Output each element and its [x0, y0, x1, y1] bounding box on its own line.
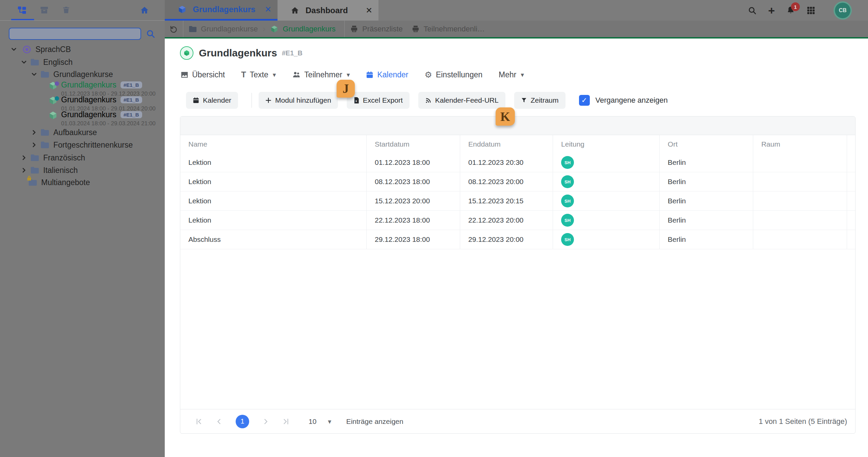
- rss-icon: [425, 97, 431, 104]
- leader-avatar[interactable]: SH: [561, 233, 574, 246]
- tab-uebersicht[interactable]: Übersicht: [181, 70, 225, 79]
- tree-node-multiangebote[interactable]: Multiangebote: [28, 177, 90, 188]
- add-icon[interactable]: +: [768, 5, 775, 16]
- cell-end: 15.12.2023 20:15: [460, 192, 553, 210]
- tree-node-grundlagenkurse[interactable]: Grundlagenkurse: [30, 69, 113, 80]
- column-header-name[interactable]: Name: [180, 135, 367, 153]
- tree-node-sprachcb[interactable]: SprachCB: [10, 44, 71, 55]
- table-row[interactable]: Abschluss 29.12.2023 18:00 29.12.2023 20…: [180, 230, 855, 249]
- last-page-icon[interactable]: [282, 418, 290, 425]
- tree-node-englisch[interactable]: Englisch: [20, 57, 73, 68]
- search-input[interactable]: [9, 28, 141, 40]
- column-header-enddatum[interactable]: Enddatum: [460, 135, 553, 153]
- annotation-marker-j: J: [337, 80, 355, 98]
- tab-grundlagenkurs[interactable]: Grundlagenkurs ✕: [165, 0, 278, 21]
- search-icon[interactable]: [146, 29, 155, 39]
- button-label: Kalender: [203, 96, 231, 104]
- chevron-right-icon[interactable]: [30, 129, 38, 136]
- table-row[interactable]: Lektion 08.12.2023 18:00 08.12.2023 20:0…: [180, 172, 855, 192]
- tree-node-fortgeschrittenenkurse[interactable]: Fortgeschrittenenkurse: [30, 139, 133, 150]
- cell-raum: [753, 153, 847, 172]
- course-cube-icon: [48, 81, 58, 90]
- show-past-checkbox[interactable]: ✓: [579, 95, 590, 106]
- pagination-summary: 1 von 1 Seiten (5 Einträge): [759, 417, 847, 426]
- tab-dashboard[interactable]: Dashboard ✕: [278, 0, 378, 21]
- cell-leader: SH: [553, 153, 660, 172]
- breadcrumb-print-b[interactable]: Teilnehmendenli…: [424, 25, 485, 33]
- chevron-right-icon[interactable]: [20, 167, 28, 174]
- course-dates: 01.03.2024 18:00 - 29.03.2024 21:00: [61, 120, 156, 127]
- breadcrumb-course[interactable]: Grundlagenkurs: [283, 25, 336, 33]
- current-page-button[interactable]: 1: [236, 415, 249, 428]
- global-search-icon[interactable]: [748, 6, 757, 15]
- prev-page-icon[interactable]: [215, 418, 223, 425]
- table-row[interactable]: Lektion 01.12.2023 18:00 01.12.2023 20:3…: [180, 153, 855, 172]
- tab-teilnehmer[interactable]: Teilnehmer ▾: [292, 70, 350, 79]
- plus-icon: [265, 97, 271, 103]
- cell-name: Lektion: [180, 153, 367, 172]
- chevron-down-icon[interactable]: [30, 71, 38, 78]
- history-icon[interactable]: [169, 25, 178, 33]
- tab-label: Mehr: [499, 70, 516, 79]
- table-empty-space: [180, 249, 855, 409]
- leader-avatar[interactable]: SH: [561, 195, 574, 207]
- leader-avatar[interactable]: SH: [561, 175, 574, 188]
- status-dot-icon: [55, 96, 59, 101]
- archive-icon[interactable]: [40, 6, 49, 15]
- trash-icon[interactable]: [62, 6, 71, 15]
- folder-icon: [189, 26, 197, 32]
- tree-course-item[interactable]: Grundlagenkurs #E1_B 01.03.2024 18:00 - …: [48, 110, 156, 127]
- tab-einstellungen[interactable]: ⚙ Einstellungen: [424, 70, 482, 79]
- cube-icon: [270, 25, 279, 33]
- page-size-value[interactable]: 10: [309, 417, 316, 426]
- tree-node-aufbaukurse[interactable]: Aufbaukurse: [30, 127, 97, 138]
- chevron-down-icon[interactable]: [10, 46, 18, 53]
- close-icon[interactable]: ✕: [256, 5, 271, 14]
- breadcrumb-print-a[interactable]: Präsenzliste: [362, 25, 403, 33]
- tab-mehr[interactable]: Mehr ▾: [499, 70, 524, 79]
- page-size-caret-icon[interactable]: ▾: [328, 417, 331, 426]
- leader-avatar[interactable]: SH: [561, 156, 574, 169]
- column-header-raum[interactable]: Raum: [753, 135, 847, 153]
- tab-texte[interactable]: T Texte ▾: [241, 70, 276, 79]
- first-page-icon[interactable]: [195, 418, 203, 425]
- tree-node-franzoesisch[interactable]: Französisch: [20, 152, 85, 163]
- calendar-feed-url-button[interactable]: Kalender-Feed-URL: [418, 92, 505, 109]
- tab-label: Einstellungen: [436, 70, 482, 79]
- chevron-right-icon[interactable]: [30, 141, 38, 149]
- leader-avatar[interactable]: SH: [561, 214, 574, 227]
- tree-label: Fortgeschrittenenkurse: [53, 141, 133, 150]
- breadcrumb: Grundlagenkurse › Grundlagenkurs Präsenz…: [165, 21, 868, 37]
- column-header-leitung[interactable]: Leitung: [553, 135, 660, 153]
- next-page-icon[interactable]: [262, 418, 269, 425]
- table-row[interactable]: Lektion 22.12.2023 18:00 22.12.2023 20:0…: [180, 211, 855, 230]
- cell-start: 29.12.2023 18:00: [367, 230, 460, 249]
- calendar-view-button[interactable]: Kalender: [186, 92, 238, 109]
- avatar[interactable]: CB: [835, 3, 850, 18]
- column-header-startdatum[interactable]: Startdatum: [367, 135, 460, 153]
- close-icon[interactable]: ✕: [357, 6, 372, 15]
- cell-start: 01.12.2023 18:00: [367, 153, 460, 172]
- excel-export-button[interactable]: x Excel Export: [347, 92, 410, 109]
- apps-grid-icon[interactable]: [807, 6, 815, 15]
- cube-icon: [178, 5, 187, 14]
- cell-name: Abschluss: [180, 230, 367, 249]
- zeitraum-filter-button[interactable]: Zeitraum: [514, 92, 565, 109]
- chevron-down-icon[interactable]: [20, 58, 28, 66]
- tree-view-icon[interactable]: [18, 6, 26, 15]
- cell-name: Lektion: [180, 211, 367, 230]
- calendar-toolbar: Kalender Modul hinzufügen x Excel Export…: [186, 92, 668, 109]
- column-header-ort[interactable]: Ort: [660, 135, 753, 153]
- course-label: Grundlagenkurs: [61, 80, 116, 90]
- table-row[interactable]: Lektion 15.12.2023 20:00 15.12.2023 20:1…: [180, 192, 855, 211]
- column-header-spacer: [847, 135, 855, 153]
- chevron-right-icon[interactable]: [20, 154, 28, 161]
- add-module-button[interactable]: Modul hinzufügen: [259, 92, 338, 109]
- tree-course-item[interactable]: Grundlagenkurs #E1_B 01.12.2023 18:00 - …: [48, 80, 156, 97]
- tree-node-italienisch[interactable]: Italienisch: [20, 165, 78, 176]
- breadcrumb-folder[interactable]: Grundlagenkurse: [201, 25, 258, 33]
- notifications-bell-icon[interactable]: 1: [786, 6, 795, 15]
- tree-course-item[interactable]: Grundlagenkurs #E1_B 01.01.2024 18:00 - …: [48, 95, 156, 112]
- tab-kalender[interactable]: Kalender: [366, 70, 408, 79]
- sidebar-home-icon[interactable]: [140, 6, 149, 15]
